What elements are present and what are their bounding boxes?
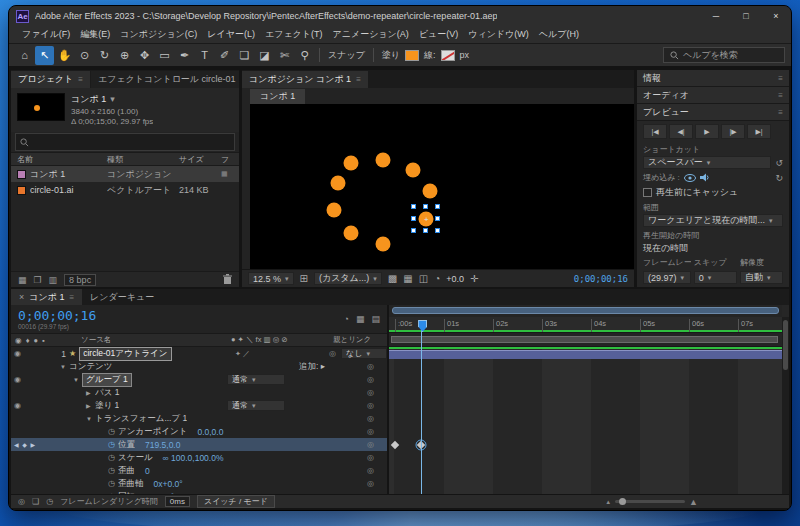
timeline-lane[interactable] <box>389 464 782 477</box>
fill-label[interactable]: 塗り <box>382 49 400 62</box>
viewer-tab-comp1[interactable]: コンポ 1 <box>250 89 305 104</box>
switches-modes-toggle[interactable]: スイッチ / モード <box>197 495 275 508</box>
zoom-in-mountain-icon[interactable]: ▲ <box>689 497 698 507</box>
scrollbar-thumb[interactable] <box>783 320 788 370</box>
stopwatch-icon[interactable]: ◷ <box>108 427 118 436</box>
timeline-tab-render-queue[interactable]: レンダーキュー <box>82 289 162 305</box>
menu-item[interactable]: コンポジション(C) <box>115 26 202 43</box>
previous-frame-button[interactable]: ◀| <box>669 124 693 139</box>
blend-mode-dropdown[interactable]: 通常 <box>227 374 285 385</box>
frame-rate-dropdown[interactable]: (29.97) <box>643 271 691 284</box>
source-name-column-header[interactable]: ソース名 <box>81 335 111 345</box>
help-search-box[interactable]: ヘルプを検索 <box>663 47 785 63</box>
add-button[interactable]: 追加: ▸ <box>299 361 325 373</box>
tab-effect-controls[interactable]: エフェクトコントロール circle-01 <box>91 71 239 88</box>
menu-item[interactable]: エフェクト(T) <box>260 26 328 43</box>
next-frame-button[interactable]: |▶ <box>721 124 745 139</box>
twirl-icon[interactable]: ▶ <box>86 402 95 409</box>
project-search-input[interactable] <box>15 133 235 151</box>
timeline-property-row[interactable]: ◷回転0x+0.0°◎ <box>11 490 387 494</box>
menu-item[interactable]: ウィンドウ(W) <box>463 26 534 43</box>
rotation-tool[interactable]: ↻ <box>95 46 114 65</box>
timeline-lane[interactable] <box>389 347 782 360</box>
selection-handle[interactable] <box>435 204 440 209</box>
pick-whip-icon[interactable]: ◎ <box>367 362 374 371</box>
parent-link-column-header[interactable]: 親とリンク <box>333 335 371 345</box>
visibility-eye-icon[interactable]: ◉ <box>14 349 21 358</box>
visibility-eye-icon[interactable]: ◉ <box>14 375 21 384</box>
draft-mode-icon[interactable]: ❏ <box>32 497 39 506</box>
audio-panel-header[interactable]: オーディオ <box>637 87 789 104</box>
column-header-type[interactable]: 種類 <box>107 154 179 165</box>
brush-tool[interactable]: ✐ <box>215 46 234 65</box>
work-area-bar[interactable] <box>391 336 778 343</box>
timeline-zoom-control[interactable]: ▲ ▲ <box>605 497 698 507</box>
new-composition-icon[interactable]: ▥ <box>49 275 58 285</box>
pick-whip-icon[interactable]: ◎ <box>367 388 374 397</box>
resolution-dropdown[interactable]: (カスタム...) <box>314 272 382 285</box>
pan-behind-tool[interactable]: ✥ <box>135 46 154 65</box>
puppet-pin-tool[interactable]: ⚲ <box>295 46 314 65</box>
current-timecode[interactable]: 0;00;00;16 <box>18 309 96 323</box>
timeline-lane[interactable] <box>389 399 782 412</box>
fill-color-swatch[interactable] <box>405 50 419 61</box>
selection-tool[interactable]: ↖ <box>35 46 54 65</box>
transparency-grid-icon[interactable]: ▦ <box>403 273 412 284</box>
pen-tool[interactable]: ✒ <box>175 46 194 65</box>
selection-handle[interactable] <box>411 216 416 221</box>
play-button[interactable]: ▶ <box>695 124 719 139</box>
property-label[interactable]: 回転 <box>118 491 135 495</box>
close-button[interactable]: × <box>761 6 791 26</box>
cache-before-playback-checkbox[interactable] <box>643 188 652 197</box>
project-item-row[interactable]: コンポ 1コンポジション▦ <box>11 166 239 182</box>
zoom-slider-thumb[interactable] <box>619 498 626 505</box>
twirl-icon[interactable]: ▼ <box>86 416 95 422</box>
keyframe-diamond[interactable] <box>391 440 399 448</box>
shortcut-dropdown[interactable]: スペースバー <box>643 156 771 169</box>
timeline-lane[interactable] <box>389 438 782 451</box>
pick-whip-icon[interactable]: ◎ <box>367 492 374 494</box>
time-ruler[interactable]: :00s01s02s03s04s05s06s07s <box>389 317 782 333</box>
timeline-lane[interactable] <box>389 477 782 490</box>
last-frame-button[interactable]: ▶| <box>747 124 771 139</box>
keyframe-navigator[interactable]: ◀ ◆ ▶ <box>14 441 36 448</box>
property-label[interactable]: コンテンツ <box>69 361 113 373</box>
first-frame-button[interactable]: |◀ <box>643 124 667 139</box>
preview-panel-header[interactable]: プレビュー <box>637 104 789 121</box>
twirl-icon[interactable]: ▼ <box>73 377 82 383</box>
composition-mini-flowchart-icon[interactable]: ◔ <box>344 314 349 324</box>
timeline-property-row[interactable]: ▼コンテンツ追加: ▸◎ <box>11 360 387 373</box>
property-value[interactable]: 0x+0.0° <box>154 479 183 489</box>
type-tool[interactable]: T <box>195 46 214 65</box>
grid-guides-icon[interactable]: ⊞ <box>300 273 308 284</box>
tab-composition[interactable]: コンポジション コンポ 1 <box>242 71 368 88</box>
timeline-property-row[interactable]: ▶パス 1◎ <box>11 386 387 399</box>
comp-name[interactable]: コンポ 1 <box>71 93 153 106</box>
close-icon[interactable]: × <box>19 292 24 302</box>
visibility-eye-icon[interactable]: ◉ <box>14 401 21 410</box>
project-item-row[interactable]: circle-01.aiベクトルアート214 KB <box>11 182 239 198</box>
time-navigator[interactable] <box>389 305 782 317</box>
timeline-property-row[interactable]: ◉▼グループ 1通常◎ <box>11 373 387 386</box>
live-update-icon[interactable]: ◎ <box>18 497 25 506</box>
resolution-preview-dropdown[interactable]: 自動 <box>740 271 783 284</box>
menu-item[interactable]: ヘルプ(H) <box>534 26 584 43</box>
view-layout-icon[interactable]: ◔ <box>434 273 440 284</box>
property-label[interactable]: 位置 <box>118 439 135 451</box>
property-value[interactable]: ∞ 100.0,100.0% <box>163 453 224 463</box>
trash-icon[interactable] <box>223 274 232 285</box>
time-navigator-bar[interactable] <box>392 307 779 314</box>
menu-item[interactable]: レイヤー(L) <box>202 26 260 43</box>
minimize-button[interactable]: ─ <box>701 6 731 26</box>
stopwatch-icon[interactable]: ◷ <box>108 492 118 494</box>
composition-viewport[interactable]: + <box>250 104 634 269</box>
zoom-slider-track[interactable] <box>615 500 685 503</box>
selection-handle[interactable] <box>423 204 428 209</box>
property-label[interactable]: アンカーポイント <box>118 426 187 438</box>
pick-whip-icon[interactable]: ◎ <box>367 414 374 423</box>
magnification-dropdown[interactable]: 12.5 % <box>248 272 294 285</box>
timeline-lane[interactable] <box>389 412 782 425</box>
range-dropdown[interactable]: ワークエリアと現在の時間... <box>643 214 783 227</box>
viewer-timecode[interactable]: 0;00;00;16 <box>574 274 628 284</box>
timeline-vertical-scrollbar[interactable] <box>782 317 789 494</box>
